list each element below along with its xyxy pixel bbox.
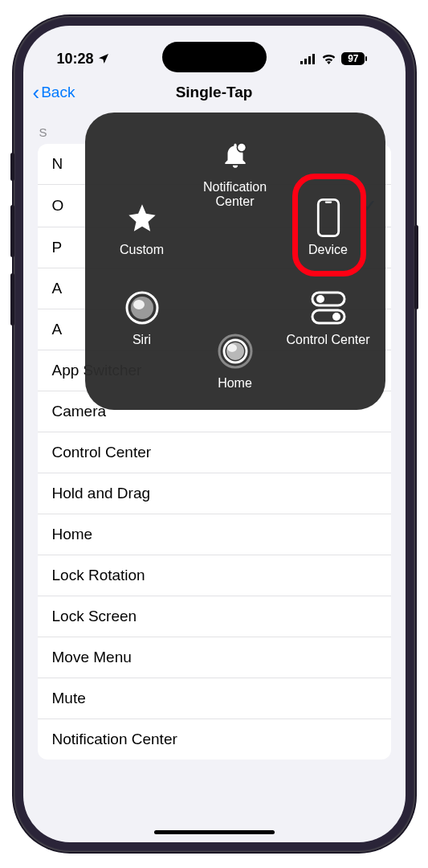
row-label: Mute: [52, 690, 86, 707]
settings-row[interactable]: Mute: [38, 678, 391, 719]
svg-rect-5: [365, 56, 367, 61]
back-button[interactable]: ‹ Back: [33, 82, 75, 103]
siri-icon: [125, 288, 159, 328]
location-icon: [97, 52, 110, 65]
back-label: Back: [41, 84, 75, 101]
at-label: Control Center: [286, 333, 369, 347]
dynamic-island: [162, 42, 267, 72]
svg-rect-8: [318, 199, 338, 235]
settings-row[interactable]: Home: [38, 514, 391, 555]
at-custom[interactable]: Custom: [98, 198, 186, 257]
row-label: Hold and Drag: [52, 485, 151, 502]
at-label: Notification Center: [191, 180, 279, 209]
svg-point-16: [332, 313, 340, 321]
volume-down-button: [10, 273, 14, 326]
wifi-icon: [321, 53, 336, 64]
row-label: Move Menu: [52, 649, 132, 666]
page-title: Single-Tap: [176, 84, 253, 101]
svg-rect-9: [324, 202, 331, 203]
row-label: Home: [52, 526, 93, 543]
settings-row[interactable]: Lock Rotation: [38, 555, 391, 596]
status-time: 10:28: [57, 51, 94, 68]
row-label: Lock Screen: [52, 608, 137, 625]
svg-rect-3: [312, 54, 315, 64]
at-device[interactable]: Device: [284, 198, 373, 257]
row-label: N: [52, 155, 63, 173]
battery-icon: 97: [341, 52, 377, 65]
home-button-icon: [217, 331, 254, 371]
side-button: [10, 153, 14, 181]
row-label: O: [52, 197, 64, 215]
svg-rect-1: [304, 59, 307, 64]
svg-point-14: [316, 295, 324, 303]
row-label: Lock Rotation: [52, 567, 145, 584]
svg-point-12: [133, 300, 145, 309]
bell-icon: [220, 135, 251, 175]
at-notification-center[interactable]: Notification Center: [191, 135, 279, 209]
at-siri[interactable]: Siri: [98, 288, 186, 347]
at-label: Siri: [132, 333, 151, 347]
phone-frame: 10:28 97 ‹ Bac: [14, 16, 415, 852]
nav-header: ‹ Back Single-Tap: [23, 74, 406, 111]
at-label: Custom: [120, 243, 164, 257]
row-label: P: [52, 239, 63, 256]
settings-row[interactable]: Move Menu: [38, 637, 391, 678]
at-control-center[interactable]: Control Center: [284, 288, 373, 347]
svg-rect-2: [308, 56, 311, 64]
svg-point-7: [238, 144, 246, 152]
svg-rect-0: [300, 61, 303, 64]
screen: 10:28 97 ‹ Bac: [23, 26, 406, 842]
assistivetouch-menu: Notification Center Custom Device Siri: [85, 113, 385, 410]
volume-up-button: [10, 205, 14, 257]
settings-row[interactable]: Notification Center: [38, 719, 391, 760]
power-button: [414, 225, 418, 309]
chevron-left-icon: ‹: [33, 82, 40, 103]
row-label: Control Center: [52, 444, 152, 461]
home-indicator[interactable]: [154, 830, 275, 834]
control-center-icon: [311, 288, 346, 328]
cellular-icon: [300, 54, 316, 64]
settings-row[interactable]: Lock Screen: [38, 596, 391, 637]
settings-row[interactable]: Hold and Drag: [38, 473, 391, 514]
at-home[interactable]: Home: [191, 331, 279, 391]
at-label: Device: [308, 243, 348, 257]
row-label: A: [52, 280, 63, 297]
at-label: Home: [218, 376, 252, 391]
device-icon: [316, 198, 340, 238]
star-icon: [126, 198, 158, 238]
row-label: A: [52, 321, 63, 338]
settings-row[interactable]: Control Center: [38, 432, 391, 473]
row-label: Notification Center: [52, 731, 177, 748]
svg-point-20: [227, 344, 237, 352]
